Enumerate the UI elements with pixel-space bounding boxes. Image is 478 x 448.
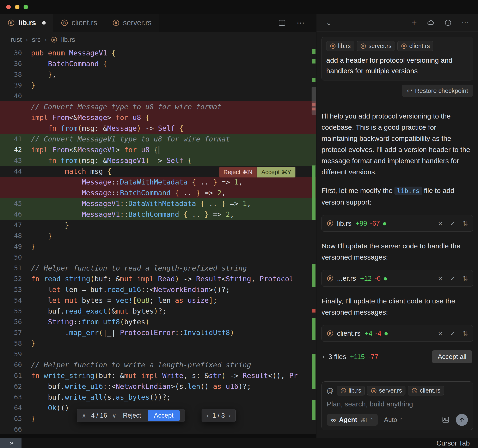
chat-more-actions-icon[interactable]: ⋯ [461, 19, 469, 26]
send-button[interactable] [456, 414, 468, 426]
tab-client.rs[interactable]: Rclient.rs [53, 14, 105, 32]
accept-file-icon[interactable]: ✓ [450, 330, 455, 337]
code-line[interactable]: 56 String::from_utf8(bytes) [0, 316, 316, 327]
diff-overview-ruler[interactable] [312, 48, 316, 438]
reject-file-icon[interactable]: × [438, 275, 443, 282]
reject-file-icon[interactable]: × [438, 220, 443, 227]
maximize-window-button[interactable] [24, 5, 28, 9]
expand-file-icon[interactable]: ⇅ [463, 275, 468, 282]
code-text: let mut bytes = vec![0u8; len as usize]; [31, 295, 316, 306]
code-line[interactable]: 45 MessageV1::DataWithMetadata { .. } =>… [0, 198, 316, 209]
code-line[interactable]: impl From<&Message> for u8 { [0, 112, 316, 123]
code-line[interactable]: 62 buf.write_u16::<NetworkEndian>(s.len(… [0, 381, 316, 392]
breadcrumb-item-src[interactable]: src [32, 36, 41, 44]
code-line[interactable]: Message::BatchCommand { .. } => 2, [0, 187, 316, 198]
expand-summary-icon[interactable]: › [322, 353, 325, 360]
reject-file-icon[interactable]: × [438, 330, 443, 337]
editor-more-actions-icon[interactable]: ⋯ [297, 19, 305, 27]
next-file-icon[interactable]: › [229, 412, 231, 419]
breadcrumb-item-lib.rs[interactable]: lib.rs [61, 36, 75, 44]
code-line[interactable]: 49} [0, 241, 316, 252]
code-line[interactable]: fn from(msg: &Message) -> Self { [0, 123, 316, 134]
tab-server.rs[interactable]: Rserver.rs [105, 14, 159, 32]
code-editor[interactable]: 30pub enum MessageV1 {36 BatchCommand {3… [0, 48, 316, 438]
code-line[interactable]: 36 BatchCommand { [0, 58, 316, 69]
changes-summary-row[interactable]: › 3 files +115 -77 Accept all [322, 350, 472, 363]
context-pill-server.rs[interactable]: Rserver.rs [367, 386, 405, 396]
new-chat-icon[interactable]: + [411, 19, 417, 26]
code-line[interactable]: 59 [0, 349, 316, 359]
split-editor-icon[interactable] [278, 19, 286, 27]
close-window-button[interactable] [6, 5, 11, 9]
code-line[interactable]: 30pub enum MessageV1 { [0, 48, 316, 58]
code-line[interactable]: 53 let len = buf.read_u16::<NetworkEndia… [0, 284, 316, 295]
svg-text:R: R [332, 45, 334, 48]
breadcrumb-item-rust[interactable]: rust [11, 36, 22, 44]
code-line[interactable]: // Convert Message type to u8 for wire f… [0, 101, 316, 112]
chat-input-placeholder[interactable]: Plan, search, build anything [327, 400, 468, 408]
context-pill-client.rs[interactable]: Rclient.rs [397, 41, 433, 51]
file-change-card[interactable]: Rlib.rs+99-67●×✓⇅ [321, 215, 473, 232]
reject-diff-button[interactable]: Reject [121, 410, 143, 421]
user-message-card[interactable]: Rlib.rsRserver.rsRclient.rs add a header… [321, 37, 473, 80]
accept-file-icon[interactable]: ✓ [450, 275, 455, 282]
code-line[interactable]: Message::DataWithMetadata { .. } => 1, [0, 177, 316, 187]
code-line[interactable]: 50 [0, 252, 316, 263]
accept-file-icon[interactable]: ✓ [450, 220, 455, 227]
tab-label: lib.rs [18, 19, 36, 27]
prev-file-icon[interactable]: ‹ [206, 412, 209, 419]
agent-mode-selector[interactable]: ∞ Agent ⌘I ⌃ [327, 414, 378, 426]
mention-icon[interactable]: @ [327, 387, 333, 395]
attach-image-button[interactable] [442, 416, 450, 424]
code-line[interactable]: 48 } [0, 230, 316, 241]
expand-file-icon[interactable]: ⇅ [463, 330, 468, 337]
code-line[interactable]: 51// Helper function to read a length-pr… [0, 263, 316, 273]
context-pill-lib.rs[interactable]: Rlib.rs [326, 41, 354, 51]
context-pill-lib.rs[interactable]: Rlib.rs [337, 386, 365, 396]
expand-file-icon[interactable]: ⇅ [463, 220, 468, 227]
code-line[interactable]: 38 }, [0, 69, 316, 80]
code-line[interactable]: 58} [0, 338, 316, 349]
next-diff-icon[interactable]: ∨ [112, 412, 116, 419]
accept-hunk-button[interactable]: Accept ⌘Y [257, 167, 296, 178]
tab-lib.rs[interactable]: Rlib.rs [0, 14, 53, 32]
code-line[interactable]: 44 match msg {Reject ⌘NAccept ⌘Y [0, 166, 316, 177]
minimize-window-button[interactable] [15, 5, 19, 9]
code-line[interactable]: 61fn write_string(buf: &mut impl Write, … [0, 370, 316, 381]
code-line[interactable]: 40 [0, 91, 316, 101]
code-line[interactable]: 52fn read_string(buf: &mut impl Read) ->… [0, 273, 316, 284]
tab-label: server.rs [123, 19, 151, 27]
assistant-paragraph: Finally, I'll update the client code to … [321, 295, 473, 318]
chat-input-box[interactable]: @ Rlib.rsRserver.rsRclient.rs Plan, sear… [321, 381, 473, 430]
toggle-panel-button[interactable] [0, 438, 21, 448]
code-line[interactable]: 54 let mut bytes = vec![0u8; len as usiz… [0, 295, 316, 306]
code-text: MessageV1::BatchCommand { .. } => 2, [31, 209, 316, 220]
code-line[interactable]: 57 .map_err(|_| ProtocolError::InvalidUt… [0, 327, 316, 338]
code-line[interactable]: 41// Convert MessageV1 type to u8 for wi… [0, 134, 316, 144]
cursor-tab-status[interactable]: Cursor Tab [436, 439, 478, 447]
code-line[interactable]: 42impl From<&MessageV1> for u8 { [0, 144, 316, 155]
file-change-card[interactable]: Rclient.rs+4-4●×✓⇅ [321, 325, 473, 342]
accept-diff-button[interactable]: Accept [148, 410, 180, 421]
cloud-icon[interactable] [427, 19, 434, 27]
code-line[interactable]: 39} [0, 80, 316, 91]
code-line[interactable]: 63 buf.write_all(s.as_bytes())?; [0, 392, 316, 403]
code-line[interactable]: 47 } [0, 220, 316, 230]
code-line[interactable]: 66 [0, 424, 316, 435]
history-icon[interactable] [444, 19, 452, 27]
prev-diff-icon[interactable]: ∧ [82, 412, 86, 419]
accept-all-button[interactable]: Accept all [432, 350, 472, 363]
code-line[interactable]: 46 MessageV1::BatchCommand { .. } => 2, [0, 209, 316, 220]
scrollbar-thumb[interactable] [312, 87, 316, 115]
code-line[interactable]: 43 fn from(msg: &MessageV1) -> Self { [0, 155, 316, 166]
model-selector[interactable]: Auto ⌃ [384, 416, 403, 424]
restore-checkpoint-button[interactable]: ↩ Restore checkpoint [402, 85, 473, 97]
code-line[interactable]: 60// Helper function to write a length-p… [0, 359, 316, 370]
horizontal-scrollbar[interactable] [0, 434, 316, 438]
context-pill-server.rs[interactable]: Rserver.rs [357, 41, 395, 51]
code-line[interactable]: 55 buf.read_exact(&mut bytes)?; [0, 306, 316, 316]
file-change-card[interactable]: R...er.rs+12-6●×✓⇅ [321, 270, 473, 287]
reject-hunk-button[interactable]: Reject ⌘N [219, 167, 257, 178]
context-pill-client.rs[interactable]: Rclient.rs [408, 386, 444, 396]
collapse-chat-icon[interactable]: ⌄ [326, 19, 332, 26]
